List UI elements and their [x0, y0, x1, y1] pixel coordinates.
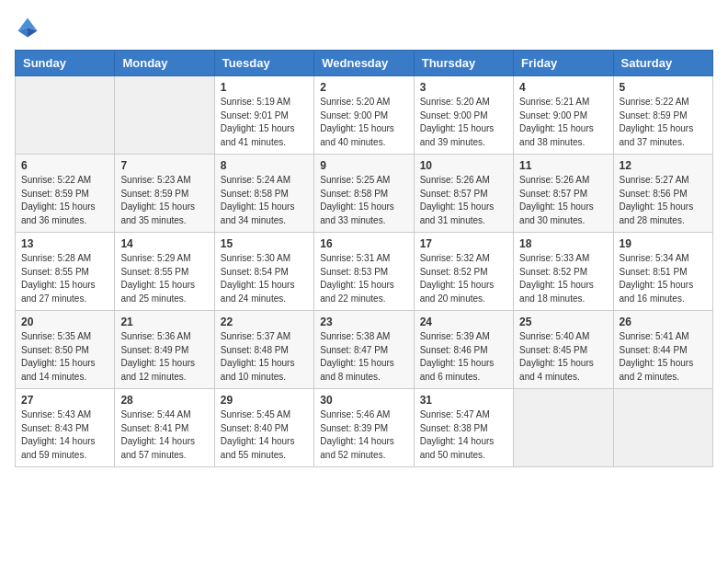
logo: [15, 15, 44, 40]
day-number: 12: [620, 159, 707, 172]
day-number: 21: [120, 316, 208, 328]
calendar-cell: 23Sunrise: 5:38 AMSunset: 8:47 PMDayligh…: [314, 311, 414, 389]
calendar-week-1: 1Sunrise: 5:19 AMSunset: 9:01 PMDaylight…: [16, 76, 713, 155]
day-number: 4: [519, 81, 607, 94]
calendar-cell: 24Sunrise: 5:39 AMSunset: 8:46 PMDayligh…: [414, 311, 513, 389]
day-info: Sunrise: 5:38 AMSunset: 8:47 PMDaylight:…: [320, 330, 407, 384]
day-info: Sunrise: 5:26 AMSunset: 8:57 PMDaylight:…: [420, 174, 507, 227]
day-number: 31: [420, 394, 507, 407]
calendar-cell: 13Sunrise: 5:28 AMSunset: 8:55 PMDayligh…: [16, 233, 115, 311]
day-number: 1: [221, 81, 308, 94]
day-number: 22: [221, 316, 308, 328]
day-number: 9: [320, 159, 407, 172]
day-info: Sunrise: 5:31 AMSunset: 8:53 PMDaylight:…: [320, 252, 407, 305]
day-number: 6: [21, 159, 108, 172]
logo-icon: [15, 15, 40, 40]
page-header: [15, 15, 713, 40]
day-info: Sunrise: 5:20 AMSunset: 9:00 PMDaylight:…: [320, 96, 407, 149]
day-info: Sunrise: 5:19 AMSunset: 9:01 PMDaylight:…: [221, 96, 308, 149]
day-number: 26: [620, 316, 707, 328]
calendar-cell: 18Sunrise: 5:33 AMSunset: 8:52 PMDayligh…: [514, 233, 613, 311]
calendar-cell: 16Sunrise: 5:31 AMSunset: 8:53 PMDayligh…: [314, 233, 414, 311]
day-info: Sunrise: 5:36 AMSunset: 8:49 PMDaylight:…: [120, 330, 208, 384]
calendar-cell: 11Sunrise: 5:26 AMSunset: 8:57 PMDayligh…: [514, 155, 613, 233]
calendar-header-row: SundayMondayTuesdayWednesdayThursdayFrid…: [16, 51, 713, 76]
calendar-cell: 29Sunrise: 5:45 AMSunset: 8:40 PMDayligh…: [214, 389, 313, 467]
day-info: Sunrise: 5:40 AMSunset: 8:45 PMDaylight:…: [519, 330, 607, 384]
day-number: 29: [221, 394, 308, 407]
day-header-monday: Monday: [115, 51, 214, 76]
day-info: Sunrise: 5:46 AMSunset: 8:39 PMDaylight:…: [320, 408, 407, 462]
calendar-week-2: 6Sunrise: 5:22 AMSunset: 8:59 PMDaylight…: [16, 155, 713, 233]
day-number: 19: [620, 237, 707, 250]
day-info: Sunrise: 5:28 AMSunset: 8:55 PMDaylight:…: [21, 252, 108, 305]
day-number: 24: [420, 316, 507, 328]
calendar-cell: [613, 389, 712, 467]
day-info: Sunrise: 5:26 AMSunset: 8:57 PMDaylight:…: [519, 174, 607, 227]
calendar-cell: 6Sunrise: 5:22 AMSunset: 8:59 PMDaylight…: [16, 155, 115, 233]
calendar-cell: 22Sunrise: 5:37 AMSunset: 8:48 PMDayligh…: [214, 311, 313, 389]
calendar: SundayMondayTuesdayWednesdayThursdayFrid…: [15, 50, 713, 467]
calendar-week-4: 20Sunrise: 5:35 AMSunset: 8:50 PMDayligh…: [16, 311, 713, 389]
calendar-cell: 8Sunrise: 5:24 AMSunset: 8:58 PMDaylight…: [214, 155, 313, 233]
day-info: Sunrise: 5:23 AMSunset: 8:59 PMDaylight:…: [120, 174, 208, 227]
calendar-cell: 4Sunrise: 5:21 AMSunset: 9:00 PMDaylight…: [514, 76, 613, 155]
day-info: Sunrise: 5:22 AMSunset: 8:59 PMDaylight:…: [21, 174, 108, 227]
day-info: Sunrise: 5:22 AMSunset: 8:59 PMDaylight:…: [620, 96, 707, 149]
calendar-cell: 14Sunrise: 5:29 AMSunset: 8:55 PMDayligh…: [115, 233, 214, 311]
day-number: 5: [620, 81, 707, 94]
calendar-cell: 31Sunrise: 5:47 AMSunset: 8:38 PMDayligh…: [414, 389, 513, 467]
day-info: Sunrise: 5:37 AMSunset: 8:48 PMDaylight:…: [221, 330, 308, 384]
day-info: Sunrise: 5:21 AMSunset: 9:00 PMDaylight:…: [519, 96, 607, 149]
day-info: Sunrise: 5:24 AMSunset: 8:58 PMDaylight:…: [221, 174, 308, 227]
calendar-cell: 1Sunrise: 5:19 AMSunset: 9:01 PMDaylight…: [214, 76, 313, 155]
day-number: 13: [21, 237, 108, 250]
day-info: Sunrise: 5:35 AMSunset: 8:50 PMDaylight:…: [21, 330, 108, 384]
calendar-cell: [115, 76, 214, 155]
day-header-friday: Friday: [514, 51, 613, 76]
calendar-cell: 7Sunrise: 5:23 AMSunset: 8:59 PMDaylight…: [115, 155, 214, 233]
day-number: 30: [320, 394, 407, 407]
calendar-cell: [16, 76, 115, 155]
day-info: Sunrise: 5:44 AMSunset: 8:41 PMDaylight:…: [120, 408, 208, 462]
day-info: Sunrise: 5:47 AMSunset: 8:38 PMDaylight:…: [420, 408, 507, 462]
calendar-week-3: 13Sunrise: 5:28 AMSunset: 8:55 PMDayligh…: [16, 233, 713, 311]
day-header-wednesday: Wednesday: [314, 51, 414, 76]
day-number: 15: [221, 237, 308, 250]
day-number: 23: [320, 316, 407, 328]
calendar-cell: 27Sunrise: 5:43 AMSunset: 8:43 PMDayligh…: [16, 389, 115, 467]
calendar-cell: 30Sunrise: 5:46 AMSunset: 8:39 PMDayligh…: [314, 389, 414, 467]
calendar-cell: 28Sunrise: 5:44 AMSunset: 8:41 PMDayligh…: [115, 389, 214, 467]
day-info: Sunrise: 5:32 AMSunset: 8:52 PMDaylight:…: [420, 252, 507, 305]
calendar-cell: 10Sunrise: 5:26 AMSunset: 8:57 PMDayligh…: [414, 155, 513, 233]
calendar-cell: 3Sunrise: 5:20 AMSunset: 9:00 PMDaylight…: [414, 76, 513, 155]
day-number: 18: [519, 237, 607, 250]
day-number: 25: [519, 316, 607, 328]
day-number: 14: [120, 237, 208, 250]
calendar-cell: 5Sunrise: 5:22 AMSunset: 8:59 PMDaylight…: [613, 76, 712, 155]
day-info: Sunrise: 5:43 AMSunset: 8:43 PMDaylight:…: [21, 408, 108, 462]
calendar-cell: 2Sunrise: 5:20 AMSunset: 9:00 PMDaylight…: [314, 76, 414, 155]
day-info: Sunrise: 5:34 AMSunset: 8:51 PMDaylight:…: [620, 252, 707, 305]
day-header-thursday: Thursday: [414, 51, 513, 76]
day-header-sunday: Sunday: [16, 51, 115, 76]
day-info: Sunrise: 5:39 AMSunset: 8:46 PMDaylight:…: [420, 330, 507, 384]
calendar-cell: 15Sunrise: 5:30 AMSunset: 8:54 PMDayligh…: [214, 233, 313, 311]
calendar-cell: 20Sunrise: 5:35 AMSunset: 8:50 PMDayligh…: [16, 311, 115, 389]
day-number: 17: [420, 237, 507, 250]
day-info: Sunrise: 5:41 AMSunset: 8:44 PMDaylight:…: [620, 330, 707, 384]
day-number: 3: [420, 81, 507, 94]
calendar-cell: 19Sunrise: 5:34 AMSunset: 8:51 PMDayligh…: [613, 233, 712, 311]
calendar-cell: 17Sunrise: 5:32 AMSunset: 8:52 PMDayligh…: [414, 233, 513, 311]
day-number: 8: [221, 159, 308, 172]
calendar-cell: 21Sunrise: 5:36 AMSunset: 8:49 PMDayligh…: [115, 311, 214, 389]
day-info: Sunrise: 5:45 AMSunset: 8:40 PMDaylight:…: [221, 408, 308, 462]
calendar-cell: 25Sunrise: 5:40 AMSunset: 8:45 PMDayligh…: [514, 311, 613, 389]
day-info: Sunrise: 5:20 AMSunset: 9:00 PMDaylight:…: [420, 96, 507, 149]
day-header-saturday: Saturday: [613, 51, 712, 76]
day-info: Sunrise: 5:33 AMSunset: 8:52 PMDaylight:…: [519, 252, 607, 305]
day-number: 27: [21, 394, 108, 407]
day-info: Sunrise: 5:25 AMSunset: 8:58 PMDaylight:…: [320, 174, 407, 227]
day-number: 28: [120, 394, 208, 407]
calendar-cell: 26Sunrise: 5:41 AMSunset: 8:44 PMDayligh…: [613, 311, 712, 389]
